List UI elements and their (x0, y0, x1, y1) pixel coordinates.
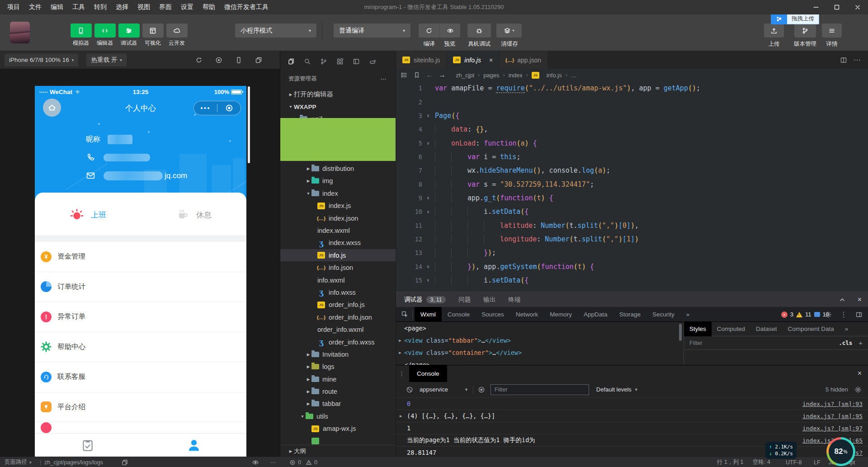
dock-side-icon[interactable] (855, 311, 863, 318)
close-tab-icon[interactable]: × (489, 57, 493, 64)
performance-gauge[interactable]: 82% (826, 437, 855, 466)
debug-panel-tab-终端[interactable]: 终端 (508, 296, 520, 304)
tree-item-info.js[interactable]: JSinfo.js (280, 249, 396, 261)
code-line[interactable]: 13}); (396, 246, 868, 259)
tree-item-img[interactable]: ▶img (280, 175, 396, 187)
watch-icon[interactable] (252, 457, 259, 467)
code-line[interactable]: 10∨i.setData({ (396, 205, 868, 218)
console-filter-input[interactable]: Filter (491, 384, 589, 395)
live-expression-icon[interactable] (478, 386, 485, 393)
tree-item-tabbar[interactable]: ▶tabbar (280, 398, 396, 410)
source-link[interactable]: index.js? [sm]:95 (802, 413, 863, 420)
float-window-icon[interactable] (255, 57, 262, 64)
devtools-tab-Sources[interactable]: Sources (476, 307, 510, 322)
console-log-row[interactable]: 28.81147index.js? (396, 447, 868, 457)
code-line[interactable]: 3∨Page({ (396, 109, 868, 123)
上传-button[interactable] (764, 24, 784, 38)
devtools-tab-Memory[interactable]: Memory (544, 307, 578, 322)
console-close-icon[interactable]: × (858, 369, 862, 377)
editor-more-icon[interactable]: ⋯ (854, 56, 861, 64)
wxml-node[interactable]: <page> (396, 322, 678, 334)
console-log-row[interactable]: ▶(4) [{…}, {…}, {…}, {…}]index.js? [sm]:… (396, 410, 868, 422)
close-panel-icon[interactable]: × (858, 296, 862, 304)
add-style-icon[interactable]: + (859, 339, 863, 347)
tree-item-info.wxml[interactable]: <>info.wxml (280, 274, 396, 286)
issue-counters[interactable]: × 3 ! 11 10 (781, 307, 829, 322)
tree-item-index.wxml[interactable]: <>index.wxml (280, 224, 396, 236)
styles-tab-Computed[interactable]: Computed (712, 322, 750, 336)
tree-item-order_info.json[interactable]: {…}order_info.json (280, 311, 396, 323)
tree-item-index.json[interactable]: {…}index.json (280, 212, 396, 224)
panel-toggle-可视化[interactable]: 可视化 (141, 24, 165, 47)
source-link[interactable]: index.js? [sm]:93 (802, 401, 863, 407)
breadcrumb-item[interactable]: zh_cjpt (456, 72, 474, 79)
work-status-tab-休息[interactable]: 休息 (141, 201, 246, 228)
drag-handle-icon[interactable]: ⋮ (399, 370, 405, 377)
编译-button[interactable] (419, 24, 439, 38)
eol-setting[interactable]: LF (814, 457, 821, 467)
editor-tab-info.js[interactable]: JSinfo.js× (447, 51, 500, 69)
page-path-select[interactable]: 页面路径 ▾ (5, 457, 32, 467)
menu-item-订单统计[interactable]: 订单统计 (35, 272, 246, 302)
devtools-tab-Storage[interactable]: Storage (613, 307, 646, 322)
tree-item-打开的编辑器[interactable]: ▶打开的编辑器 (280, 88, 396, 100)
clear-console-icon[interactable] (406, 386, 413, 393)
console-log-row[interactable]: 0index.js? [sm]:93 (396, 398, 868, 410)
tree-item-distribution[interactable]: ▶distribution (280, 162, 396, 175)
cls-button[interactable]: .cls (839, 340, 852, 346)
tree-item-amap-wx.js[interactable]: JSamap-wx.js (280, 423, 396, 435)
menu-item-资金管理[interactable]: ¥资金管理 (35, 242, 246, 272)
tree-item-index.wxss[interactable]: ʒindex.wxss (280, 237, 396, 249)
tree-item-mine[interactable]: ▶mine (280, 373, 396, 385)
device-frame-icon[interactable] (235, 57, 242, 64)
devtools-tab-»[interactable]: » (680, 307, 696, 322)
版本管理-button[interactable] (794, 24, 816, 38)
code-line[interactable]: 7wx.hideShareMenu(), console.log(a); (396, 164, 868, 177)
bookmark-icon[interactable] (413, 71, 420, 79)
devtools-menu-icon[interactable]: ⋮ (840, 310, 847, 319)
devtools-tab-AppData[interactable]: AppData (578, 307, 613, 322)
editor-tab-app.json[interactable]: {…}app.json (500, 51, 548, 69)
fold-icon[interactable]: ∨ (422, 195, 434, 200)
nav-back-icon[interactable]: ← (426, 71, 433, 79)
menu-item-联系客服[interactable]: 联系客服 (35, 362, 246, 392)
styles-tab-»[interactable]: » (840, 322, 854, 336)
context-select[interactable]: appservice ▼ (420, 386, 468, 393)
nav-forward-icon[interactable]: → (439, 71, 446, 79)
whale-icon[interactable] (369, 58, 376, 65)
menu-item[interactable]: 项目 (3, 3, 24, 11)
wxml-scrollbar[interactable] (679, 324, 682, 341)
tree-item-route[interactable]: ▶route (280, 385, 396, 397)
close-icon[interactable] (847, 0, 868, 14)
code-line[interactable]: 14∨}), app.getSystem(function(t) { (396, 259, 868, 273)
outline-icon[interactable] (401, 71, 408, 79)
code-line[interactable]: 12longitude: Number(t.split(",")[1]) (396, 232, 868, 246)
fold-icon[interactable]: ∨ (422, 141, 434, 146)
tree-item-clipped[interactable] (280, 435, 396, 445)
code-line[interactable]: 4data: {}, (396, 123, 868, 136)
breadcrumb-item[interactable]: info.js (547, 72, 562, 79)
styles-filter-input[interactable]: Filter (689, 340, 703, 346)
split-editor-icon[interactable] (840, 57, 847, 64)
devtools-tab-Wxml[interactable]: Wxml (415, 307, 442, 322)
fold-icon[interactable]: ∨ (422, 278, 434, 283)
menu-item-帮助中心[interactable]: 帮助中心 (35, 332, 246, 363)
warning-counter[interactable]: 0 (306, 457, 317, 467)
avatar[interactable] (10, 22, 30, 43)
profile-tab-icon[interactable] (187, 438, 201, 453)
menu-item-partial[interactable] (35, 422, 246, 434)
clear-cache-button[interactable]: ▾ (496, 24, 522, 38)
files-icon[interactable] (288, 58, 295, 65)
restart-icon[interactable] (195, 57, 203, 64)
mode-select[interactable]: 小程序模式▾ (235, 24, 316, 38)
hot-reload-toggle[interactable]: 热重载 开▾ (86, 54, 126, 66)
code-line[interactable]: 9∨app.g_t(function(t) { (396, 191, 868, 205)
debug-panel-tab-问题[interactable]: 问题 (458, 296, 471, 304)
tree-item-index[interactable]: ▼index (280, 187, 396, 199)
breadcrumb-item[interactable]: pages (483, 72, 499, 79)
devtools-tab-Console[interactable]: Console (442, 307, 476, 322)
outline-section[interactable]: ▶ 大纲 (280, 445, 396, 457)
error-counter[interactable]: 0 (289, 457, 301, 467)
menu-item-平台介绍[interactable]: 平台介绍 (35, 392, 246, 423)
menu-item[interactable]: 编辑 (46, 3, 68, 11)
